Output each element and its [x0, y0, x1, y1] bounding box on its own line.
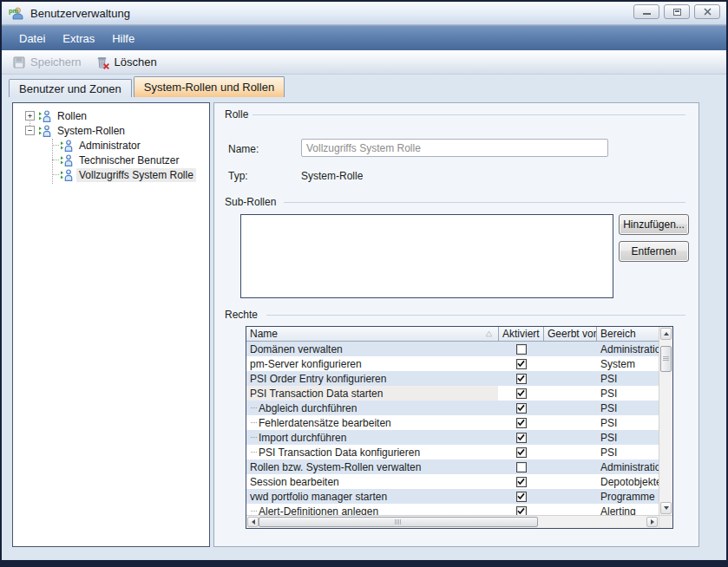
column-header-name[interactable]: Name [246, 327, 498, 341]
right-name: Alert-Definitionen anlegen [259, 505, 378, 516]
cell-aktiviert [498, 356, 544, 371]
right-name: pm-Server konfigurieren [250, 358, 362, 370]
right-name: Session bearbeiten [250, 476, 339, 488]
rights-table-row[interactable]: PSI Transaction Data konfigurieren PSI [246, 445, 659, 459]
scroll-right-button[interactable] [646, 517, 658, 527]
maximize-icon [673, 9, 681, 16]
add-subrole-button[interactable]: Hinzufügen... [619, 214, 689, 235]
column-header-geerbt-von[interactable]: Geerbt von [543, 327, 596, 341]
tab-system-rollen-und-rollen[interactable]: System-Rollen und Rollen [134, 76, 285, 97]
name-field[interactable] [301, 139, 608, 157]
aktiviert-checkbox[interactable] [516, 506, 527, 516]
tree-item[interactable]: Administrator [13, 138, 209, 153]
horizontal-scrollbar[interactable] [246, 516, 659, 528]
cell-name: Abgleich durchführen [246, 401, 498, 415]
typ-value: System-Rolle [301, 170, 363, 182]
rights-table-row[interactable]: Domänen verwalten Administration [246, 342, 659, 356]
cell-geerbt-von [544, 401, 597, 415]
vertical-scrollbar[interactable] [659, 327, 672, 515]
right-bereich: System [600, 358, 635, 370]
role-tree[interactable]: + Rollen − System-Rollen Administrator [12, 102, 210, 547]
aktiviert-checkbox[interactable] [516, 418, 527, 428]
rights-table-row[interactable]: Abgleich durchführen PSI [246, 401, 659, 415]
delete-button[interactable]: Löschen [90, 53, 162, 72]
rights-table-row[interactable]: PSI Transaction Data starten PSI [246, 386, 659, 401]
cell-name: Rollen bzw. System-Rollen verwalten [246, 459, 498, 474]
cell-aktiviert [498, 489, 544, 504]
aktiviert-checkbox[interactable] [516, 462, 527, 472]
aktiviert-checkbox[interactable] [516, 359, 527, 369]
remove-subrole-button[interactable]: Entfernen [619, 241, 689, 262]
sub-rollen-listbox[interactable] [240, 214, 613, 298]
cell-name: Alert-Definitionen anlegen [246, 504, 498, 515]
aktiviert-checkbox[interactable] [516, 492, 527, 502]
maximize-button[interactable] [664, 4, 690, 19]
column-header-bereich[interactable]: Bereich [596, 327, 659, 341]
tree-item[interactable]: Technischer Benutzer [13, 153, 209, 167]
right-name: PSI Transaction Data konfigurieren [259, 446, 420, 459]
checkmark-icon [517, 433, 525, 441]
aktiviert-checkbox[interactable] [516, 447, 527, 458]
scroll-down-button[interactable] [660, 502, 672, 514]
aktiviert-checkbox[interactable] [516, 344, 527, 355]
scrollbar-corner [659, 516, 672, 528]
horizontal-scroll-thumb[interactable] [259, 517, 538, 527]
save-button[interactable]: Speichern [7, 53, 87, 72]
cell-name: Domänen verwalten [246, 342, 498, 356]
scroll-left-button[interactable] [247, 517, 259, 527]
rights-table-row[interactable]: Import durchführen PSI [246, 430, 659, 445]
aktiviert-checkbox[interactable] [516, 403, 527, 414]
checkmark-icon [517, 478, 525, 486]
rights-table-row[interactable]: pm-Server konfigurieren System [246, 356, 659, 371]
app-window: pm Benutzerverwaltung Datei Extras Hilfe [0, 0, 728, 567]
right-bereich: PSI [600, 432, 617, 444]
right-name: Abgleich durchführen [259, 402, 357, 414]
rights-table-row[interactable]: PSI Order Entry konfigurieren PSI [246, 371, 659, 386]
tree-expander-icon[interactable]: + [25, 111, 35, 121]
right-bereich: PSI [600, 446, 617, 459]
tree-item[interactable]: + Rollen [13, 108, 209, 123]
menubar: Datei Extras Hilfe [2, 25, 726, 50]
right-bereich: PSI [600, 402, 617, 414]
checkmark-icon [517, 507, 525, 515]
role-person-icon [60, 168, 74, 182]
cell-bereich: PSI [597, 371, 659, 386]
rights-table-row[interactable]: Alert-Definitionen anlegen Alerting [246, 504, 659, 515]
group-line [284, 202, 685, 203]
role-person-icon [60, 153, 74, 167]
menu-hilfe[interactable]: Hilfe [103, 28, 143, 49]
floppy-disk-icon [12, 55, 26, 69]
cell-bereich: Depotobjekte (Or [597, 474, 659, 489]
rights-table-row[interactable]: Rollen bzw. System-Rollen verwalten Admi… [246, 459, 659, 474]
rights-table-row[interactable]: Fehlerdatensätze bearbeiten PSI [246, 415, 659, 430]
name-label: Name: [228, 143, 259, 155]
cell-bereich: PSI [597, 445, 659, 459]
rights-table-row[interactable]: vwd portfolio manager starten Programme [246, 489, 659, 504]
aktiviert-checkbox[interactable] [516, 477, 527, 487]
cell-aktiviert [498, 371, 544, 386]
right-bereich: PSI [600, 373, 617, 385]
cell-bereich: System [597, 356, 659, 371]
tree-item[interactable]: Vollzugriffs System Rolle [13, 167, 209, 182]
minimize-button[interactable] [633, 4, 659, 19]
cell-name: pm-Server konfigurieren [246, 356, 498, 371]
tree-expander-icon[interactable]: − [25, 126, 35, 135]
aktiviert-checkbox[interactable] [516, 388, 527, 399]
vertical-scroll-thumb[interactable] [660, 346, 672, 372]
tab-benutzer-und-zonen[interactable]: Benutzer und Zonen [9, 79, 132, 97]
group-title-rechte: Rechte [225, 309, 258, 321]
close-button[interactable] [694, 4, 720, 19]
remove-subrole-label: Entfernen [631, 245, 676, 257]
tree-item[interactable]: − System-Rollen [13, 123, 209, 138]
right-bereich: PSI [600, 417, 617, 429]
menu-extras[interactable]: Extras [54, 28, 103, 49]
cell-aktiviert [498, 415, 544, 430]
menu-datei[interactable]: Datei [10, 28, 54, 49]
rights-table-row[interactable]: Session bearbeiten Depotobjekte (Or [246, 474, 659, 489]
aktiviert-checkbox[interactable] [516, 374, 527, 384]
scroll-up-button[interactable] [660, 328, 672, 340]
aktiviert-checkbox[interactable] [516, 433, 527, 443]
sort-ascending-icon [485, 330, 493, 337]
column-header-aktiviert[interactable]: Aktiviert [498, 327, 543, 341]
cell-name: Import durchführen [246, 430, 498, 445]
